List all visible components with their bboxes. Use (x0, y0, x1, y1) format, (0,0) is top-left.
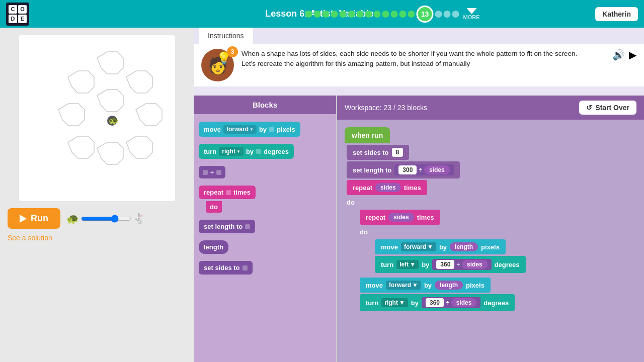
repeat-outer-label: repeat (353, 184, 372, 192)
user-badge[interactable]: Katherin (595, 7, 638, 21)
dot-5 (340, 11, 347, 18)
rep-connector (226, 190, 231, 195)
play-icon (20, 215, 27, 223)
turn-label: turn (204, 148, 216, 155)
inner-sides-chip[interactable]: sides (388, 213, 414, 222)
dot-1 (305, 11, 312, 18)
turn2-block[interactable]: turn right ▼ by 360 ÷ sides (360, 294, 636, 311)
move2-block[interactable]: move forward ▼ by length pixels (360, 278, 636, 293)
block-set-length[interactable]: set length to (199, 220, 331, 234)
audio-controls: 🔊 ▶ (612, 49, 636, 61)
turn1-unit: degrees (495, 261, 520, 268)
dot-11 (391, 11, 398, 18)
sides-value-chip[interactable]: 8 (392, 148, 404, 157)
header: C O D E Lesson 6: Artist: Variables 13 (0, 0, 644, 28)
turn2-op-chip: 360 ÷ sides (422, 297, 480, 308)
move1-block[interactable]: move forward ▼ by length pixels (375, 239, 636, 254)
start-over-label: Start Over (595, 104, 629, 112)
speed-slider: 🐢 🐇 (66, 213, 146, 225)
speed-input[interactable] (81, 215, 131, 223)
move1-label: move (381, 243, 398, 251)
turn2-dir-dropdown[interactable]: right ▼ (381, 298, 408, 307)
length-var-label: length (204, 243, 223, 251)
canvas-area: 🐢 (19, 35, 175, 201)
play-audio-button[interactable]: ▶ (629, 49, 636, 61)
turn1-label: turn (381, 261, 393, 268)
logo-d: D (9, 15, 17, 23)
turn2-sides-chip[interactable]: sides (451, 298, 477, 307)
block-repeat[interactable]: repeat times do (199, 186, 331, 214)
dot-4 (331, 11, 338, 18)
left-panel: 🐢 Run 🐢 🐇 See a solution (0, 28, 194, 362)
workspace-header: Workspace: 23 / 23 blocks ↺ Start Over (337, 96, 644, 120)
move1-length-chip[interactable]: length (450, 242, 478, 251)
blocks-content: move forward ▼ by pixels turn right ▼ by (194, 114, 336, 362)
audio-button[interactable]: 🔊 (612, 49, 625, 61)
set-sides-label: set sides to (204, 264, 240, 272)
chevron-down-icon (466, 8, 476, 14)
degrees-label: degrees (264, 148, 289, 155)
move1-dir-dropdown[interactable]: forward ▼ (401, 242, 436, 251)
repeat-outer-block[interactable]: repeat sides times (347, 180, 636, 195)
length-num[interactable]: 300 (398, 165, 417, 174)
do-label: do (210, 203, 218, 211)
sides-var-chip[interactable]: sides (424, 165, 450, 174)
turn1-dir-dropdown[interactable]: left ▼ (396, 260, 419, 269)
turn1-block[interactable]: turn left ▼ by 360 ÷ sides d (375, 256, 636, 273)
instructions-tab[interactable]: Instructions (199, 28, 253, 44)
block-length-var[interactable]: length (199, 240, 331, 255)
move2-dir: forward (389, 282, 411, 289)
forward-dropdown[interactable]: forward ▼ (223, 125, 257, 134)
repeat-label: repeat (204, 189, 223, 196)
turn1-sides-chip[interactable]: sides (462, 260, 488, 269)
do-block: do (206, 201, 331, 214)
dot-9 (374, 11, 381, 18)
block-operator[interactable]: ÷ (199, 166, 331, 179)
turn2-suffix: by (411, 299, 419, 307)
set-length-block[interactable]: set length to 300 ÷ sides (347, 161, 636, 178)
workspace-count: Workspace: 23 / 23 blocks (345, 104, 427, 112)
block-move-forward[interactable]: move forward ▼ by pixels (199, 122, 331, 138)
svg-marker-7 (58, 104, 85, 126)
move-label: move (204, 126, 221, 133)
outer-sides-chip[interactable]: sides (375, 183, 401, 192)
block-turn-right[interactable]: turn right ▼ by degrees (199, 144, 331, 160)
do-outer-label: do (347, 197, 636, 208)
move2-dir-dropdown[interactable]: forward ▼ (386, 281, 421, 290)
block-set-sides[interactable]: set sides to (199, 261, 331, 276)
avatar-area: 🧑 3 💡 (201, 49, 234, 81)
solution-link[interactable]: See a solution (8, 234, 52, 242)
do-outer: do (347, 197, 636, 208)
svg-text:🐢: 🐢 (109, 116, 119, 125)
move2-label: move (366, 282, 383, 289)
connector (269, 127, 274, 132)
repeat-inner-block[interactable]: repeat sides times (360, 210, 636, 225)
turn1-num[interactable]: 360 (436, 260, 454, 269)
svg-marker-2 (126, 71, 152, 93)
progress-area: 13 MORE (305, 6, 480, 23)
event-block[interactable]: when run (345, 127, 636, 143)
start-over-button[interactable]: ↺ Start Over (579, 101, 636, 115)
fast-icon: 🐇 (133, 213, 146, 225)
dot-17 (452, 11, 459, 18)
move2-unit: pixels (466, 282, 485, 289)
move1-suffix: by (439, 243, 447, 251)
turn2-num[interactable]: 360 (426, 298, 444, 307)
run-button[interactable]: Run (8, 208, 60, 229)
set-sides-block[interactable]: set sides to 8 (347, 145, 636, 160)
move1-dir: forward (404, 243, 426, 250)
op-right (216, 170, 221, 175)
run-area: Run 🐢 🐇 (8, 208, 186, 229)
svg-marker-5 (97, 142, 123, 164)
logo-e: E (18, 15, 27, 23)
move2-length-chip[interactable]: length (435, 281, 463, 290)
right-dropdown[interactable]: right ▼ (219, 147, 244, 156)
instructions-area: Instructions 🧑 3 💡 When a shape has lots… (194, 28, 644, 96)
times-label: times (233, 189, 251, 196)
turn2-label: turn (366, 299, 378, 307)
repeat-inner-label: repeat (366, 214, 385, 221)
more-button[interactable]: MORE (463, 8, 480, 20)
turn2-dir: right (384, 299, 398, 306)
svg-marker-6 (68, 136, 94, 158)
workspace-content: when run set sides to 8 (337, 120, 644, 362)
